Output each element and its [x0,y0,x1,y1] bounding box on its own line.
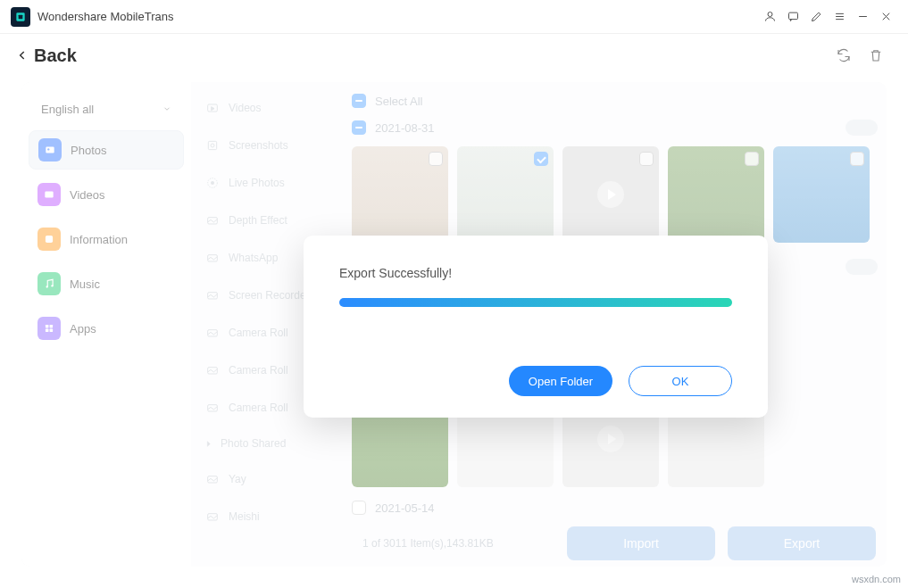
edit-icon[interactable] [804,5,828,29]
back-bar: Back [0,34,908,77]
account-icon[interactable] [758,5,781,29]
svg-rect-1 [19,14,23,19]
feedback-icon[interactable] [781,5,804,29]
export-success-modal: Export Successfully! Open Folder OK [304,236,768,418]
back-label: Back [34,46,77,66]
open-folder-button[interactable]: Open Folder [509,366,612,396]
menu-icon[interactable] [828,5,851,29]
modal-title: Export Successfully! [339,266,732,280]
refresh-icon[interactable] [828,39,860,71]
ok-button[interactable]: OK [629,366,732,396]
chevron-left-icon [16,49,29,62]
close-icon[interactable] [874,5,897,29]
svg-point-2 [768,12,772,17]
back-button[interactable]: Back [16,46,77,66]
progress-bar [339,298,732,307]
delete-icon[interactable] [860,39,892,71]
app-title: Wondershare MobileTrans [37,10,173,23]
watermark: wsxdn.com [852,574,901,584]
svg-rect-3 [788,12,797,20]
app-logo [11,7,30,27]
modal-actions: Open Folder OK [339,366,732,396]
titlebar: Wondershare MobileTrans [0,0,908,34]
minimize-icon[interactable] [851,5,874,29]
